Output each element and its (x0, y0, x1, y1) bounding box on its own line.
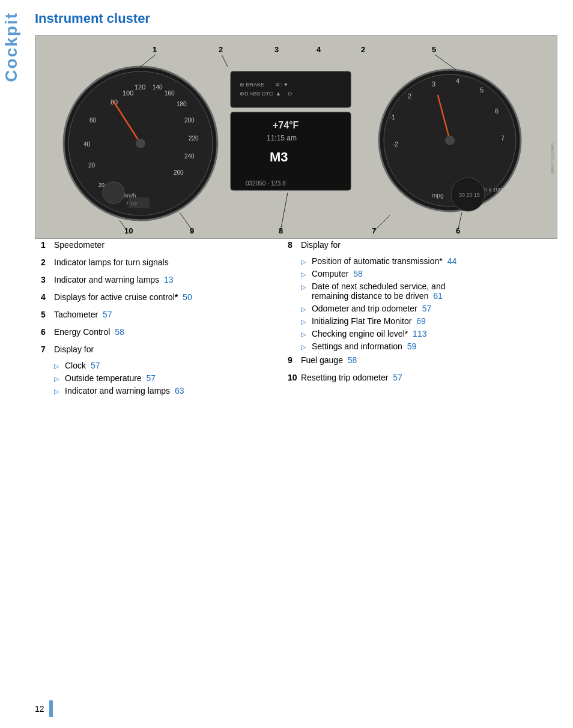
sub-item-7-3: ▷ Indicator and warning lamps 63 (54, 386, 276, 396)
list-item-7: 7 Display for (41, 343, 276, 356)
svg-text:6: 6 (495, 107, 499, 115)
triangle-icon-8-4: ▷ (301, 305, 308, 313)
ref-7-3[interactable]: 63 (175, 386, 184, 396)
svg-text:6: 6 (456, 226, 460, 235)
sub-item-7-2: ▷ Outside temperature 57 (54, 373, 276, 383)
item-text-4: Displays for active cruise control* 50 (54, 291, 192, 304)
ref-8-7[interactable]: 59 (407, 341, 417, 351)
svg-text:260: 260 (174, 169, 184, 176)
sub-items-8: ▷ Position of automatic transmission* 44… (301, 256, 555, 351)
sub-item-8-3: ▷ Date of next scheduled service, andrem… (301, 281, 555, 301)
cockpit-sidebar: Cockpit (0, 0, 23, 728)
item-text-9: Fuel gauge 58 (301, 354, 357, 367)
item-number-4: 4 (41, 291, 54, 304)
svg-text:10: 10 (124, 226, 133, 235)
ref-7-2[interactable]: 57 (147, 373, 156, 383)
svg-text:⊙: ⊙ (288, 91, 293, 97)
item-text-7: Display for (54, 343, 94, 356)
ref-8-5[interactable]: 69 (416, 316, 426, 326)
svg-text:240: 240 (184, 153, 195, 160)
list-item-4: 4 Displays for active cruise control* 50 (41, 291, 276, 304)
sub-item-8-5: ▷ Initializing Flat Tire Monitor 69 (301, 316, 555, 326)
sub-item-8-1: ▷ Position of automatic transmission* 44 (301, 256, 555, 266)
instrument-cluster-diagram: 80 60 40 20 20 100 120 140 160 180 200 2… (35, 35, 557, 239)
svg-text:4: 4 (456, 77, 459, 85)
svg-text:3: 3 (274, 45, 279, 54)
sub-item-8-2: ▷ Computer 58 (301, 269, 555, 278)
svg-point-50 (445, 136, 455, 145)
sub-text-8-2: Computer 58 (312, 269, 363, 278)
sub-text-8-4: Odometer and trip odometer 57 (312, 304, 431, 313)
svg-text:20: 20 (99, 182, 105, 188)
ref-9[interactable]: 58 (348, 355, 357, 365)
item-number-3: 3 (41, 274, 54, 286)
triangle-icon-8-3: ▷ (301, 283, 308, 291)
item-text-1: Speedometer (54, 239, 105, 251)
ref-8-3[interactable]: 61 (433, 291, 443, 301)
content-area: 1 Speedometer 2 Indicator lamps for turn… (35, 239, 561, 399)
item-text-10: Resetting trip odometer 57 (301, 372, 402, 384)
sub-text-7-3: Indicator and warning lamps 63 (65, 386, 184, 396)
page-number: 12 (35, 704, 44, 714)
main-content: Instrument cluster 80 60 40 20 20 100 12… (23, 0, 573, 411)
sub-text-8-5: Initializing Flat Tire Monitor 69 (312, 316, 426, 326)
svg-text:220: 220 (189, 135, 199, 142)
svg-text:▲: ▲ (276, 91, 281, 97)
sub-text-7-2: Outside temperature 57 (65, 373, 156, 383)
svg-text:160: 160 (165, 90, 175, 97)
item-number-10: 10 (288, 372, 301, 384)
triangle-icon-7-3: ▷ (54, 388, 61, 396)
svg-text:200: 200 (184, 117, 195, 124)
sub-item-8-6: ▷ Checking engine oil level* 113 (301, 329, 555, 338)
right-list: 8 Display for ▷ Position of automatic tr… (288, 239, 555, 399)
item-number-6: 6 (41, 326, 54, 338)
ref-8-2[interactable]: 58 (353, 269, 363, 278)
list-item-5: 5 Tachometer 57 (41, 308, 276, 321)
list-item-1: 1 Speedometer (41, 239, 276, 251)
sub-item-8-4: ▷ Odometer and trip odometer 57 (301, 304, 555, 313)
ref-6[interactable]: 58 (115, 327, 124, 337)
svg-text:11:15 am: 11:15 am (267, 134, 297, 142)
triangle-icon-8-6: ▷ (301, 331, 308, 338)
ref-8-6[interactable]: 113 (413, 329, 426, 338)
sub-text-8-1: Position of automatic transmission* 44 (312, 256, 456, 266)
item-text-2: Indicator lamps for turn signals (54, 256, 169, 269)
svg-text:mpg: mpg (432, 192, 443, 199)
ref-3[interactable]: 13 (164, 275, 174, 284)
svg-text:100: 100 (123, 89, 133, 97)
sub-items-7: ▷ Clock 57 ▷ Outside temperature 57 ▷ In… (54, 361, 276, 396)
svg-text:140: 140 (153, 84, 163, 91)
list-item-6: 6 Energy Control 58 (41, 326, 276, 338)
triangle-icon-8-7: ▷ (301, 343, 308, 351)
cluster-svg: 80 60 40 20 20 100 120 140 160 180 200 2… (35, 35, 557, 239)
ref-4[interactable]: 50 (183, 292, 192, 302)
svg-text:30 20 15: 30 20 15 (459, 192, 480, 198)
sub-text-8-6: Checking engine oil level* 113 (312, 329, 427, 338)
item-number-8: 8 (288, 239, 301, 251)
sub-item-7-1: ▷ Clock 57 (54, 361, 276, 370)
svg-text:2: 2 (361, 45, 365, 54)
left-list: 1 Speedometer 2 Indicator lamps for turn… (41, 239, 288, 399)
item-text-3: Indicator and warning lamps 13 (54, 274, 174, 286)
ref-8-1[interactable]: 44 (447, 256, 457, 266)
svg-text:1: 1 (153, 45, 157, 54)
triangle-icon-8-2: ▷ (301, 271, 308, 278)
svg-text:180: 180 (177, 101, 187, 107)
ref-10[interactable]: 57 (393, 373, 402, 382)
svg-text:-2: -2 (393, 141, 398, 148)
page-footer: 12 (23, 700, 573, 717)
triangle-icon-8-5: ▷ (301, 318, 308, 326)
svg-text:3: 3 (432, 80, 435, 88)
page-title: Instrument cluster (35, 11, 561, 26)
svg-point-21 (103, 182, 124, 203)
svg-text:⊕D ABS DTC: ⊕D ABS DTC (240, 91, 273, 97)
ref-5[interactable]: 57 (103, 310, 112, 319)
svg-text:M3: M3 (270, 149, 288, 164)
svg-text:+74°F: +74°F (273, 120, 299, 130)
item-number-5: 5 (41, 308, 54, 321)
svg-text:WKOO1LHAN: WKOO1LHAN (550, 143, 555, 174)
page-bar-indicator (49, 700, 53, 717)
ref-7-1[interactable]: 57 (91, 361, 100, 370)
svg-text:⊕ BRAKE: ⊕ BRAKE (240, 82, 264, 88)
ref-8-4[interactable]: 57 (422, 304, 432, 313)
